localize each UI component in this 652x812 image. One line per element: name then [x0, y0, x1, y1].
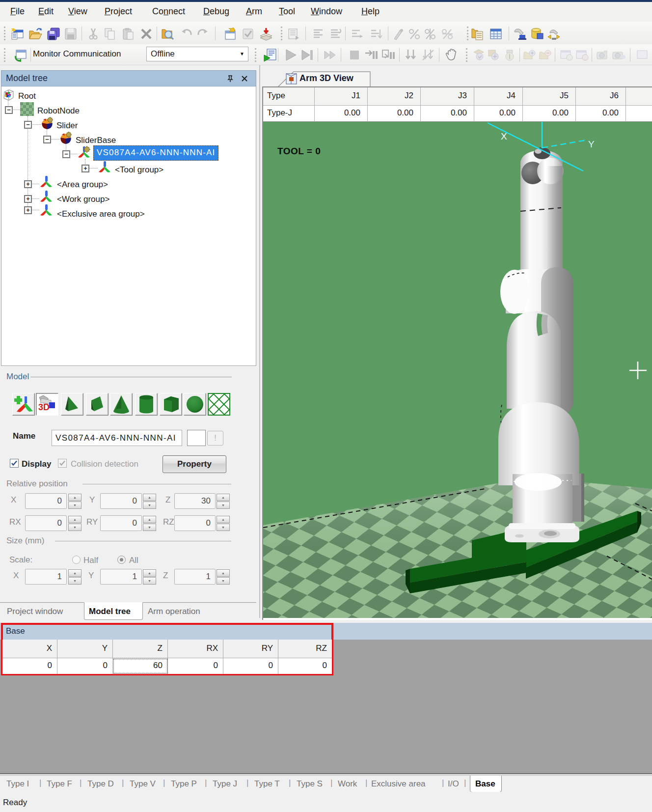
svg-text:Y: Y — [588, 139, 595, 149]
svg-text:X: X — [501, 131, 507, 141]
svg-text:3D: 3D — [38, 402, 50, 412]
svg-text:TOOL = 0: TOOL = 0 — [277, 146, 321, 156]
